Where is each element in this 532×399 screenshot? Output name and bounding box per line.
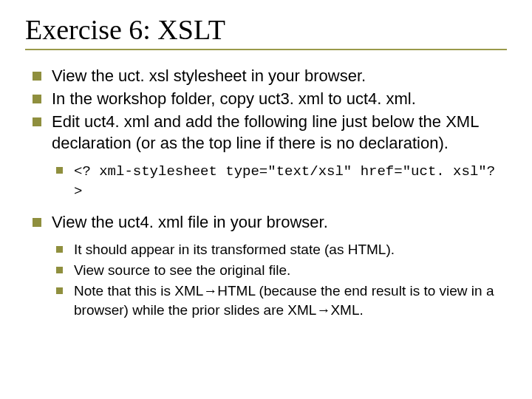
bullet-text: View the uct4. xml file in your browser.: [52, 213, 328, 231]
slide-title: Exercise 6: XSLT: [25, 13, 507, 46]
bullet-item: In the workshop folder, copy uct3. xml t…: [30, 88, 507, 109]
sub-bullet-item: View source to see the original file.: [55, 261, 507, 279]
sub-bullet-item: <? xml-stylesheet type="text/xsl" href="…: [55, 161, 507, 201]
sub-bullet-list: <? xml-stylesheet type="text/xsl" href="…: [55, 161, 507, 201]
code-snippet: <? xml-stylesheet type="text/xsl" href="…: [74, 163, 495, 200]
bullet-item: View the uct. xsl stylesheet in your bro…: [30, 65, 507, 86]
slide: Exercise 6: XSLT View the uct. xsl style…: [0, 0, 532, 399]
bullet-text: Edit uct4. xml and add the following lin…: [52, 112, 479, 152]
bullet-item: View the uct4. xml file in your browser.…: [30, 211, 507, 318]
sub-bullet-text: Note that this is XML→HTML (because the …: [74, 283, 494, 317]
title-underline: [25, 49, 507, 50]
bullet-list: View the uct. xsl stylesheet in your bro…: [30, 65, 507, 319]
sub-bullet-item: It should appear in its transformed stat…: [55, 240, 507, 259]
bullet-item: Edit uct4. xml and add the following lin…: [30, 111, 507, 201]
sub-bullet-item: Note that this is XML→HTML (because the …: [55, 282, 507, 318]
sub-bullet-list: It should appear in its transformed stat…: [55, 240, 507, 318]
